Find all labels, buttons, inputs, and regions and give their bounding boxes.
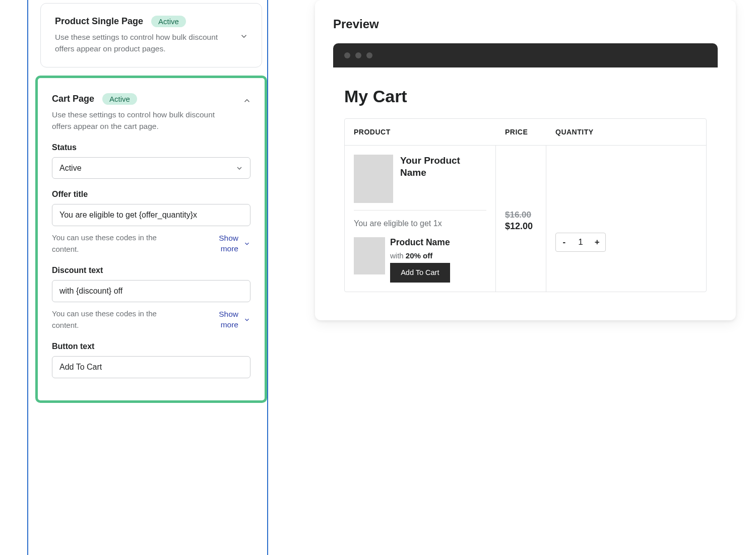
chevron-down-icon[interactable]	[239, 32, 248, 41]
window-dot-icon	[344, 52, 350, 58]
card-title: Product Single Page	[55, 16, 143, 27]
offer-product-name: Product Name	[390, 237, 450, 248]
column-header-price: PRICE	[496, 119, 546, 145]
show-more-label: Show more	[208, 309, 238, 329]
settings-card-cart-page[interactable]: Cart Page Active Use these settings to c…	[38, 78, 265, 401]
settings-card-cart-page-highlight: Cart Page Active Use these settings to c…	[35, 76, 267, 403]
table-row: Your Product Name You are eligible to ge…	[345, 146, 706, 292]
quantity-decrease-button[interactable]: -	[556, 237, 573, 247]
settings-card-product-single-page[interactable]: Product Single Page Active Use these set…	[40, 3, 262, 67]
discount-text-helper: You can use these codes in the content.	[52, 308, 173, 331]
status-label: Status	[52, 143, 250, 152]
quantity-increase-button[interactable]: +	[589, 237, 605, 247]
window-dot-icon	[366, 52, 372, 58]
product-name: Your Product Name	[400, 155, 486, 179]
preview-panel: Preview My Cart PRODUCT PRICE QUANTITY	[315, 0, 736, 320]
cart-table: PRODUCT PRICE QUANTITY Your Product Name	[344, 118, 707, 292]
discount-text-label: Discount text	[52, 266, 250, 275]
status-badge: Active	[102, 93, 137, 105]
status-select[interactable]: Active	[52, 157, 250, 179]
offer-title-label: Offer title	[52, 190, 250, 199]
cart-heading: My Cart	[344, 87, 707, 106]
status-badge: Active	[151, 16, 186, 27]
show-more-toggle[interactable]: Show more	[208, 233, 250, 253]
preview-browser: My Cart PRODUCT PRICE QUANTITY Your Pr	[333, 43, 718, 297]
price-original: $16.00	[505, 210, 537, 220]
preview-title: Preview	[333, 17, 718, 31]
show-more-label: Show more	[208, 233, 238, 253]
card-title: Cart Page	[52, 94, 94, 104]
column-header-product: PRODUCT	[345, 119, 496, 145]
chevron-down-icon	[243, 240, 250, 247]
window-dot-icon	[355, 52, 361, 58]
button-text-label: Button text	[52, 342, 250, 351]
divider	[354, 210, 486, 211]
add-to-cart-button[interactable]: Add To Cart	[390, 263, 450, 283]
price-discounted: $12.00	[505, 221, 537, 232]
button-text-input[interactable]	[52, 356, 250, 378]
chevron-down-icon	[243, 316, 250, 323]
card-description: Use these settings to control how bulk d…	[55, 31, 226, 55]
offer-title-input[interactable]	[52, 204, 250, 226]
browser-titlebar	[333, 43, 718, 67]
product-image-placeholder	[354, 155, 393, 203]
quantity-stepper[interactable]: - 1 +	[555, 233, 606, 252]
offer-title-helper: You can use these codes in the content.	[52, 232, 173, 255]
eligible-text: You are eligible to get 1x	[354, 218, 486, 230]
column-header-quantity: QUANTITY	[546, 119, 617, 145]
show-more-toggle[interactable]: Show more	[208, 309, 250, 329]
offer-image-placeholder	[354, 237, 385, 274]
card-description: Use these settings to control how bulk d…	[52, 109, 223, 132]
chevron-up-icon[interactable]	[242, 96, 251, 105]
discount-text-input[interactable]	[52, 280, 250, 302]
quantity-value: 1	[573, 237, 589, 247]
discount-text: with 20% off	[390, 251, 450, 260]
